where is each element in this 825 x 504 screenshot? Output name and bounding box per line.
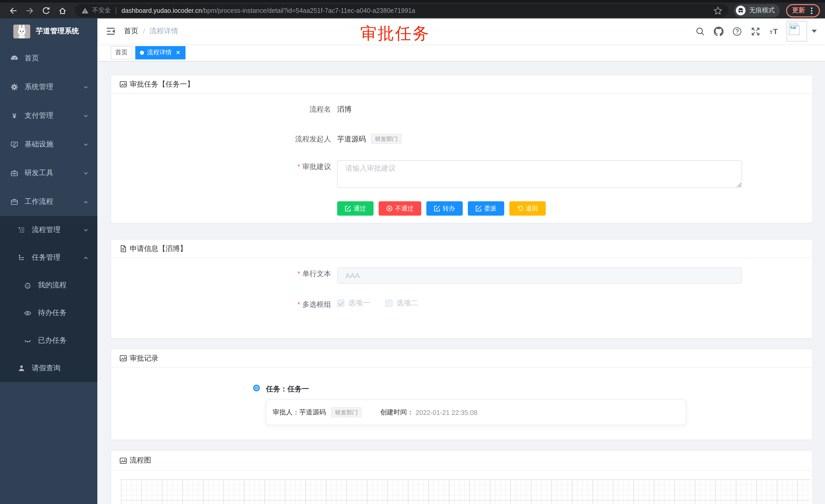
font-size-icon[interactable]: TT — [769, 26, 779, 36]
url-divider — [116, 7, 116, 14]
breadcrumb-separator: / — [143, 27, 145, 35]
sidebar-item-infra[interactable]: 基础设施 — [0, 130, 97, 159]
timeline-task-card: 审批人： 芋道源码 研发部门 创建时间： 2022-01-21 22:35:08 — [266, 400, 686, 425]
monitor-icon — [10, 140, 18, 149]
broken-image-icon — [789, 22, 800, 35]
checkbox-option-2: 选项二 — [385, 299, 418, 308]
update-label[interactable]: 更新 — [792, 6, 805, 15]
browser-update-button[interactable]: 更新 — [786, 4, 820, 17]
breadcrumb-home[interactable]: 首页 — [124, 27, 138, 36]
eye-closed-icon — [23, 337, 32, 345]
record-card-title: 审批记录 — [130, 354, 158, 363]
required-mark: * — [297, 162, 300, 171]
breadcrumb-current: 流程详情 — [150, 27, 178, 36]
circle-close-icon — [386, 205, 392, 212]
gear-icon — [10, 83, 18, 91]
approve-button[interactable]: 通过 — [337, 201, 374, 216]
sidebar-item-system[interactable]: 系统管理 — [0, 73, 97, 101]
search-icon[interactable] — [695, 26, 705, 36]
incognito-badge: 无痕模式 — [734, 4, 780, 17]
diagram-card-title: 流程图 — [130, 456, 151, 465]
apply-info-card: 申请信息【滔博】 *单行文本 *多选框组 — [111, 239, 813, 339]
process-name-label: 流程名 — [111, 103, 337, 115]
suggestion-textarea[interactable] — [337, 160, 742, 188]
chevron-down-icon — [83, 84, 89, 90]
approver-label: 审批人： — [273, 408, 299, 417]
single-text-label: *单行文本 — [111, 267, 337, 280]
browser-toolbar: 不安全 dashboard.yudao.iocoder.cn /bpm/proc… — [0, 0, 825, 18]
url-domain[interactable]: dashboard.yudao.iocoder.cn — [122, 7, 202, 14]
suggestion-row: *审批建议 — [111, 160, 812, 190]
initiator-dept-tag: 研发部门 — [371, 134, 402, 144]
github-icon[interactable] — [714, 26, 724, 36]
edit-icon — [434, 205, 440, 212]
avatar-caret-icon[interactable] — [812, 30, 817, 33]
checkbox-checked-icon — [337, 300, 344, 307]
refresh-left-icon — [517, 205, 523, 212]
delegate-button[interactable]: 委派 — [468, 201, 504, 216]
avatar[interactable] — [786, 21, 807, 41]
browser-home-icon[interactable] — [58, 6, 67, 15]
timeline-clock-icon — [253, 385, 260, 391]
page-root: 不安全 dashboard.yudao.iocoder.cn /bpm/proc… — [0, 0, 825, 504]
fullscreen-icon[interactable] — [751, 26, 760, 36]
browser-back-icon[interactable] — [9, 6, 18, 15]
apply-card-header: 申请信息【滔博】 — [111, 240, 812, 258]
timeline-item: 任务：任务一 审批人： 芋道源码 研发部门 创建时间： 2022-01-21 2… — [253, 383, 812, 425]
sidebar-item-leave-query[interactable]: 请假查询 — [0, 354, 97, 382]
initiator-row: 流程发起人 芋道源码 研发部门 — [111, 133, 812, 145]
reject-button[interactable]: 不通过 — [379, 201, 421, 216]
return-button[interactable]: 退回 — [509, 201, 546, 216]
tab-process-detail[interactable]: 流程详情 — [135, 46, 185, 59]
face-icon — [23, 281, 32, 289]
bpmn-canvas[interactable] — [121, 480, 810, 504]
security-warning-icon[interactable] — [81, 6, 89, 15]
browser-forward-icon[interactable] — [25, 6, 34, 15]
yuan-icon: ¥ — [10, 112, 18, 120]
sidebar-item-todo-tasks[interactable]: 待办任务 — [0, 299, 97, 327]
breadcrumb: 首页 / 流程详情 — [124, 27, 178, 36]
app-logo — [13, 24, 30, 38]
file-icon — [120, 245, 127, 253]
security-warning-label[interactable]: 不安全 — [92, 6, 111, 15]
svg-text:T: T — [770, 29, 773, 35]
list-icon — [17, 226, 26, 234]
sidebar-item-home[interactable]: 首页 — [0, 44, 97, 73]
chevron-down-icon — [83, 170, 89, 176]
diagram-card-header: 流程图 — [111, 451, 812, 471]
bookmark-star-icon[interactable] — [713, 6, 723, 15]
sidebar-collapse-icon[interactable] — [105, 26, 116, 36]
briefcase-icon — [10, 198, 18, 206]
sidebar-item-done-tasks[interactable]: 已办任务 — [0, 327, 97, 354]
tab-home[interactable]: 首页 — [111, 46, 132, 59]
browser-reload-icon[interactable] — [42, 6, 51, 15]
app-logo-row[interactable]: 芋道管理系统 — [0, 18, 97, 44]
sidebar-item-process-mgmt[interactable]: 流程管理 — [0, 216, 97, 244]
annotation-title: 审批任务 — [360, 22, 430, 45]
sidebar-item-my-process[interactable]: 我的流程 — [0, 271, 97, 299]
help-icon[interactable] — [732, 26, 742, 36]
single-text-input — [337, 267, 742, 284]
process-diagram-card: 流程图 — [111, 450, 813, 504]
approver-dept-tag: 研发部门 — [331, 407, 362, 417]
approver-value: 芋道源码 — [299, 408, 326, 417]
checkbox-unchecked-icon — [385, 300, 392, 307]
checkbox-option-1: 选项一 — [337, 299, 370, 308]
sidebar-item-pay[interactable]: ¥ 支付管理 — [0, 101, 97, 130]
record-card-header: 审批记录 — [111, 349, 812, 368]
active-tab-dot — [140, 51, 144, 55]
sidebar-item-devtools[interactable]: 研发工具 — [0, 159, 97, 187]
close-icon[interactable] — [175, 50, 181, 55]
transfer-button[interactable]: 转办 — [426, 201, 463, 216]
approval-card-header: 审批任务【任务一】 — [111, 75, 812, 94]
approval-task-card: 审批任务【任务一】 流程名 滔博 流程发起人 芋道源码 研发部门 — [111, 75, 813, 223]
approval-card-title: 审批任务【任务一】 — [130, 80, 194, 89]
url-path[interactable]: /bpm/process-instance/detail?id=54aa251f… — [202, 7, 415, 14]
sidebar-item-task-mgmt[interactable]: 任务管理 — [0, 244, 97, 271]
toolbox-icon — [10, 169, 18, 177]
page-content: 审批任务【任务一】 流程名 滔博 流程发起人 芋道源码 研发部门 — [97, 62, 825, 504]
address-bar[interactable]: 不安全 dashboard.yudao.iocoder.cn /bpm/proc… — [75, 4, 729, 17]
browser-menu-kebab-icon[interactable] — [808, 6, 815, 15]
app-title: 芋道管理系统 — [36, 27, 79, 36]
sidebar-item-workflow[interactable]: 工作流程 — [0, 187, 97, 216]
